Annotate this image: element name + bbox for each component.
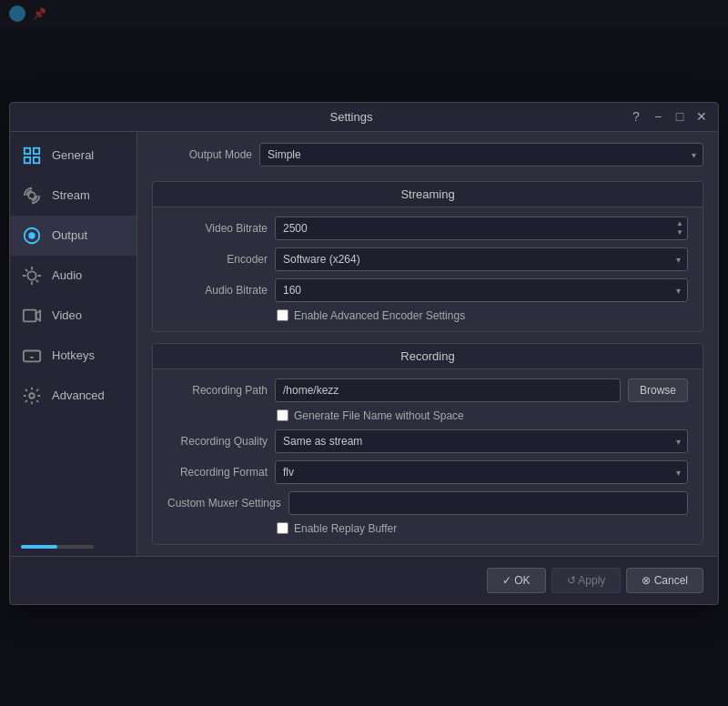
sidebar-item-general[interactable]: General: [10, 136, 136, 176]
recording-format-row: Recording Format flv mp4 mov mkv ts m3u8: [167, 460, 688, 484]
advanced-encoder-checkbox[interactable]: [277, 309, 288, 321]
svg-rect-3: [34, 156, 39, 162]
main-content: Output Mode Simple Advanced ▾ Streaming: [137, 132, 718, 556]
video-bitrate-arrows: ▲ ▼: [676, 219, 683, 237]
audio-icon: [21, 265, 43, 287]
sidebar-progress-fill: [21, 545, 57, 549]
custom-muxer-label: Custom Muxer Settings: [167, 497, 281, 509]
streaming-section: Streaming Video Bitrate 2500 ▲ ▼: [152, 181, 703, 332]
dialog-title: Settings: [74, 110, 629, 124]
window-controls: ? − □ ✕: [629, 109, 709, 124]
audio-bitrate-label: Audio Bitrate: [167, 284, 268, 297]
svg-rect-0: [25, 147, 30, 153]
sidebar-item-video[interactable]: Video: [10, 296, 136, 336]
stream-icon: [21, 185, 43, 207]
sidebar-item-output[interactable]: Output: [10, 216, 136, 256]
recording-path-label: Recording Path: [167, 384, 268, 397]
video-label: Video: [52, 308, 82, 322]
recording-path-row: Recording Path /home/kezz Browse: [167, 378, 688, 402]
sidebar-progress-bar: [21, 545, 94, 549]
video-bitrate-input[interactable]: 2500: [283, 222, 665, 235]
apply-button[interactable]: ↺ Apply: [551, 568, 622, 593]
dialog-footer: ✓ OK ↺ Apply ⊗ Cancel: [10, 556, 718, 604]
encoder-label: Encoder: [167, 253, 268, 266]
svg-point-10: [29, 393, 35, 398]
advanced-encoder-row: Enable Advanced Encoder Settings: [167, 309, 688, 322]
sidebar: General Stream: [10, 132, 137, 556]
minimize-button[interactable]: −: [651, 109, 665, 124]
output-mode-row: Output Mode Simple Advanced ▾: [152, 143, 703, 166]
recording-format-label: Recording Format: [167, 466, 268, 479]
cancel-button[interactable]: ⊗ Cancel: [626, 568, 703, 593]
generate-filename-row: Generate File Name without Space: [167, 409, 688, 422]
sidebar-item-advanced[interactable]: Advanced: [10, 376, 136, 416]
custom-muxer-input[interactable]: [288, 491, 688, 515]
recording-format-select[interactable]: flv mp4 mov mkv ts m3u8: [275, 460, 688, 484]
output-mode-select[interactable]: Simple Advanced: [259, 143, 703, 166]
video-icon: [21, 305, 43, 327]
general-label: General: [52, 148, 94, 162]
sidebar-item-hotkeys[interactable]: Hotkeys: [10, 336, 136, 376]
svg-rect-2: [25, 156, 30, 162]
title-bar: Settings ? − □ ✕: [10, 103, 718, 132]
recording-quality-row: Recording Quality Same as stream High Qu…: [167, 429, 688, 453]
advanced-label: Advanced: [52, 388, 105, 402]
streaming-body: Video Bitrate 2500 ▲ ▼ Encoder: [153, 207, 703, 331]
generate-filename-label[interactable]: Generate File Name without Space: [294, 409, 464, 422]
recording-body: Recording Path /home/kezz Browse Generat…: [153, 369, 703, 544]
stream-label: Stream: [52, 188, 90, 202]
video-bitrate-row: Video Bitrate 2500 ▲ ▼: [167, 217, 688, 240]
hotkeys-label: Hotkeys: [52, 348, 95, 362]
replay-buffer-row: Enable Replay Buffer: [167, 522, 688, 535]
video-bitrate-spinbox[interactable]: 2500 ▲ ▼: [275, 217, 688, 240]
encoder-select-wrapper: Software (x264) Hardware (NVENC) Hardwar…: [275, 247, 688, 271]
output-mode-select-wrapper: Simple Advanced ▾: [259, 143, 703, 166]
video-bitrate-down[interactable]: ▼: [676, 228, 683, 237]
recording-quality-label: Recording Quality: [167, 435, 268, 448]
ok-button[interactable]: ✓ OK: [487, 568, 546, 593]
recording-quality-select[interactable]: Same as stream High Quality, Medium File…: [275, 429, 688, 453]
sidebar-item-audio[interactable]: Audio: [10, 256, 136, 296]
recording-format-select-wrapper: flv mp4 mov mkv ts m3u8 ▾: [275, 460, 688, 484]
output-icon: [21, 225, 43, 247]
recording-quality-select-wrapper: Same as stream High Quality, Medium File…: [275, 429, 688, 453]
hotkeys-icon: [21, 345, 43, 367]
svg-rect-9: [24, 350, 40, 361]
svg-rect-8: [24, 309, 36, 321]
audio-label: Audio: [52, 268, 82, 282]
generate-filename-checkbox[interactable]: [277, 409, 288, 421]
help-button[interactable]: ?: [629, 109, 643, 124]
close-button[interactable]: ✕: [694, 109, 709, 124]
sidebar-item-stream[interactable]: Stream: [10, 176, 136, 216]
audio-bitrate-select[interactable]: 96 128 160 192 256 320: [275, 278, 688, 302]
recording-path-input[interactable]: /home/kezz: [275, 378, 621, 402]
maximize-button[interactable]: □: [672, 109, 687, 124]
sidebar-bottom: [10, 538, 136, 556]
encoder-row: Encoder Software (x264) Hardware (NVENC)…: [167, 247, 688, 271]
video-bitrate-label: Video Bitrate: [167, 222, 268, 235]
svg-point-7: [27, 271, 35, 279]
svg-rect-1: [34, 147, 39, 153]
svg-point-6: [29, 233, 35, 238]
modal-overlay: Settings ? − □ ✕ General: [0, 0, 728, 706]
audio-bitrate-select-wrapper: 96 128 160 192 256 320 ▾: [275, 278, 688, 302]
replay-buffer-checkbox[interactable]: [277, 522, 288, 534]
audio-bitrate-row: Audio Bitrate 96 128 160 192 256 320: [167, 278, 688, 302]
recording-title: Recording: [153, 344, 703, 369]
replay-buffer-label[interactable]: Enable Replay Buffer: [294, 522, 397, 535]
general-icon: [21, 145, 43, 166]
output-mode-label: Output Mode: [152, 148, 252, 161]
encoder-select[interactable]: Software (x264) Hardware (NVENC) Hardwar…: [275, 247, 688, 271]
video-bitrate-up[interactable]: ▲: [676, 219, 683, 228]
settings-dialog: Settings ? − □ ✕ General: [9, 102, 719, 605]
dialog-body: General Stream: [10, 132, 718, 556]
custom-muxer-row: Custom Muxer Settings: [167, 491, 688, 515]
svg-point-4: [28, 192, 35, 198]
streaming-title: Streaming: [153, 182, 703, 207]
browse-button[interactable]: Browse: [628, 378, 688, 402]
output-label: Output: [52, 228, 87, 242]
recording-section: Recording Recording Path /home/kezz Brow…: [152, 343, 703, 545]
advanced-encoder-label[interactable]: Enable Advanced Encoder Settings: [294, 309, 465, 322]
advanced-icon: [21, 385, 43, 407]
